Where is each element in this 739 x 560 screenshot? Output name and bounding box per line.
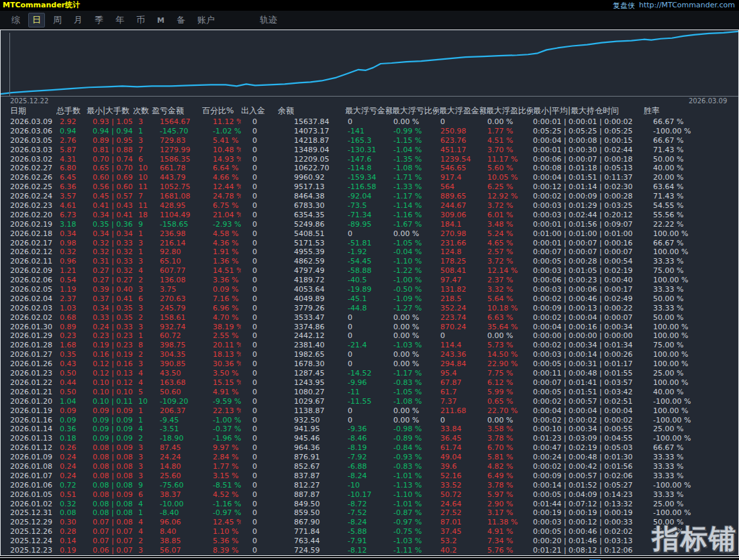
table-row[interactable]: 2026.01.260.430.12 | 0.163390.8530.36 %0… [1,359,738,369]
menu-tab-1[interactable]: 综 [7,13,24,27]
table-row[interactable]: 2026.01.201.040.10 | 0.1110-109.20-9.59 … [1,397,738,406]
table-row[interactable]: 2026.01.120.260.08 | 0.09387.459.97 %096… [1,443,738,453]
table-row[interactable]: 2026.01.220.440.10 | 0.124163.6815.15 %0… [1,378,738,388]
table-row[interactable]: 2025.12.260.280.07 | 0.0748.401.10 %0771… [1,527,738,537]
menu-tab-4[interactable]: 月 [70,13,87,27]
column-header[interactable]: 最大浮盈金额 [439,105,486,117]
column-header[interactable]: 胜率 [644,105,738,117]
table-row[interactable]: 2026.03.024.310.70 | 0.7461586.3514.93 %… [1,155,738,164]
table-row[interactable]: 2026.02.243.570.45 | 0.5771681.0824.78 %… [1,192,738,201]
menu-tab-7[interactable]: 币 [132,13,149,27]
cell: 0.72 [56,481,87,490]
cell: 2.90 % [486,500,533,509]
table-row[interactable]: 2026.01.270.350.16 | 0.192304.3518.13 %0… [1,350,738,359]
table-row[interactable]: 2026.01.060.720.08 | 0.089-75.60-8.51 %0… [1,481,738,490]
table-row[interactable]: 2026.02.256.360.56 | 0.60111052.7512.44 … [1,182,738,192]
table-row[interactable]: 2026.02.120.320.32 | 0.32192.801.91 %049… [1,247,738,257]
table-row[interactable]: 2026.02.266.450.60 | 0.6910443.794.66 %0… [1,173,738,182]
cell: 0:00:05 | 0:04:09 | 0:14:23 [533,490,644,500]
cell: 3.48 % [486,220,533,229]
cell: 0 [241,239,278,248]
column-header[interactable]: 最大浮亏比例 [392,105,439,117]
table-row[interactable]: 2026.02.060.540.27 | 0.272136.083.36 %04… [1,276,738,285]
table-row[interactable]: 2026.01.130.180.09 | 0.092-18.90-1.96 %0… [1,434,738,443]
table-row[interactable]: 2026.03.035.870.81 | 0.8871279.9910.48 %… [1,146,738,155]
table-row[interactable]: 2026.02.170.980.32 | 0.333216.144.36 %05… [1,239,738,248]
brand-url[interactable]: http://MTCommander.com [639,1,735,11]
column-header[interactable]: 出入金 [241,105,278,117]
cell: 4049.89 [278,294,345,304]
table-row[interactable]: 2026.02.110.960.31 | 0.33365.101.36 %048… [1,257,738,266]
table-row[interactable]: 2026.03.052.760.89 | 0.953729.835.41 %01… [1,136,738,146]
table-row[interactable]: 2026.01.210.500.10 | 0.10550.604.91 %010… [1,388,738,397]
table-row[interactable]: 2026.02.051.190.39 | 0.4033.750.09 %0405… [1,285,738,294]
cell: 2026.02.11 [10,257,56,266]
cell: 2.76 [56,136,87,146]
cell: 2026.01.07 [10,471,56,481]
column-header[interactable]: 最大浮盈比例 [486,105,533,117]
cell: 0.34 | 0.34 [87,229,133,239]
table-row[interactable]: 2026.01.281.680.19 | 0.238398.7520.11 %0… [1,341,738,350]
table-row[interactable]: 2025.12.290.300.07 | 0.08496.0612.45 %08… [1,518,738,527]
table-row[interactable]: 2026.02.180.340.34 | 0.341236.984.58 %05… [1,229,738,239]
cell: 21.04 % [202,211,241,220]
column-header[interactable]: 百分比% [202,105,241,117]
cell: 6.80 [56,164,87,173]
table-row[interactable]: 2026.01.050.510.08 | 0.09638.374.52 %088… [1,490,738,500]
column-header[interactable]: 最大浮亏金额 [345,105,392,117]
menu-tab-5[interactable]: 季 [91,13,107,27]
table-row[interactable]: 2025.12.240.140.07 | 0.07238.855.36 %076… [1,537,738,546]
cell: 0.08 [56,508,87,518]
table-row[interactable]: 2026.02.276.800.65 | 0.7010661.786.64 %0… [1,164,738,173]
table-row[interactable]: 2026.01.090.240.08 | 0.08324.242.84 %087… [1,453,738,462]
cell: 2026.01.06 [10,481,56,490]
cell: 1 [133,508,152,518]
table-row[interactable]: 2026.03.060.940.94 | 0.941-145.70-1.02 %… [1,127,738,136]
menu-tab-8[interactable]: M [153,15,168,26]
column-header[interactable]: 日期 [10,105,56,117]
table-row[interactable]: 2026.02.020.680.33 | 0.352158.614.70 %03… [1,313,738,323]
cell: 2026.02.17 [10,239,56,248]
table-row[interactable]: 2026.01.290.230.23 | 0.23160.722.55 %024… [1,331,738,341]
menu-tab-6[interactable]: 年 [111,13,128,27]
column-header[interactable]: 最小|平均|最大持仓时间 [533,105,644,117]
table-row[interactable]: 2025.12.310.080.08 | 0.081-8.40-0.97 %08… [1,508,738,518]
cell: 50.00 % [644,294,738,304]
cell: 4.52 % [202,490,241,500]
cell: 22.90 % [486,359,533,369]
menu-tab-track[interactable]: 轨迹 [256,13,281,27]
cell: 0 [345,406,392,416]
table-row[interactable]: 2026.02.206.730.34 | 0.41181104.4921.04 … [1,211,738,220]
table-row[interactable]: 2026.01.300.890.24 | 0.333932.7438.19 %0… [1,323,738,332]
table-row[interactable]: 2026.02.042.370.37 | 0.416270.637.16 %04… [1,294,738,304]
column-header[interactable]: 次数 [133,105,152,117]
table-row[interactable]: 2026.01.080.240.08 | 0.08314.801.77 %085… [1,462,738,471]
table-row[interactable]: 2026.01.070.240.08 | 0.08325.603.15 %083… [1,471,738,481]
menu-tab-10[interactable]: 账户 [193,13,219,27]
cell: 0:00:09 | 0:00:13 | 0:00:22 [533,304,644,313]
menu-tab-2[interactable]: 日 [28,13,45,27]
column-header[interactable]: 余额 [278,105,345,117]
table-row[interactable]: 2026.01.190.090.09 | 0.091206.3722.13 %0… [1,406,738,416]
cell: 0 [241,397,278,406]
table-row[interactable]: 2026.03.092.920.93 | 1.0531564.6711.12 %… [1,117,738,127]
cell: -0.04 % [392,247,439,257]
table-row[interactable]: 2026.01.230.500.12 | 0.13443.503.50 %012… [1,369,738,378]
column-header[interactable]: 总手数 [56,105,87,117]
table-row[interactable]: 2026.02.031.030.34 | 0.353245.796.96 %03… [1,304,738,313]
table-row[interactable]: 2025.12.230.190.06 | 0.07356.078.39 %072… [1,546,738,555]
column-header[interactable]: 最小|大手数 [87,105,133,117]
table-row[interactable]: 2026.01.160.090.09 | 0.091-9.45-1.00 %09… [1,416,738,425]
table-row[interactable]: 2026.02.193.180.35 | 0.369-158.65-2.93 %… [1,220,738,229]
cell: 87.45 [152,443,202,453]
cell: 4.58 % [202,229,241,239]
table-row[interactable]: 2026.02.234.610.41 | 0.4311428.956.75 %0… [1,201,738,211]
table-row[interactable]: 2026.01.020.320.08 | 0.084-10.00-1.16 %0… [1,500,738,509]
cell: 0:00:01 | 0:00:30 | 0:02:44 [533,146,644,155]
column-header[interactable]: 盈亏金额 [152,105,202,117]
menu-tab-3[interactable]: 周 [49,13,66,27]
table-row[interactable]: 2026.01.140.360.09 | 0.094-3.51-0.37 %09… [1,425,738,434]
cell: 0 [241,490,278,500]
table-row[interactable]: 2026.02.091.210.27 | 0.324607.7714.51 %0… [1,266,738,276]
menu-tab-9[interactable]: 备 [173,13,189,27]
